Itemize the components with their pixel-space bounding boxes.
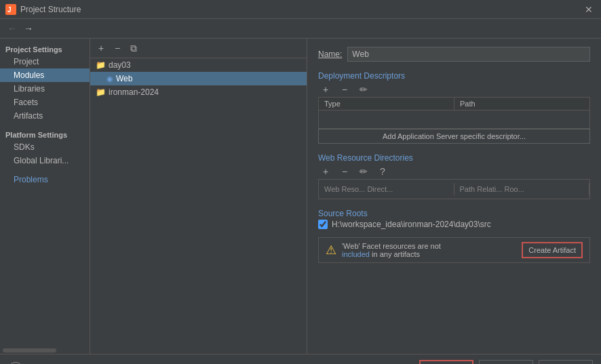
web-resource-col1: Web Reso... Direct... <box>319 183 454 195</box>
nav-bar: ← → <box>0 19 601 39</box>
folder-icon: 📁 <box>96 87 106 97</box>
bottom-left: ? <box>8 362 23 365</box>
content-panels: + − ⧉ 📁 day03 ◉ Web 📁 ironman-2024 <box>90 39 601 354</box>
app-icon: J <box>5 4 16 15</box>
warning-text-highlight: included <box>342 250 370 258</box>
tree-item-label: Web <box>116 74 132 83</box>
web-add-button[interactable]: + <box>318 164 333 179</box>
title-bar: J Project Structure ✕ <box>0 0 601 19</box>
name-row: Name: <box>318 47 590 62</box>
dialog-title: Project Structure <box>20 5 582 14</box>
deploy-edit-button[interactable]: ✏ <box>356 82 371 97</box>
web-resource-toolbar: + − ✏ ? <box>318 164 590 179</box>
deployment-table-header: Type Path <box>318 97 590 110</box>
warning-box: ⚠ 'Web' Facet resources are not included… <box>318 237 590 263</box>
sidebar-item-modules[interactable]: Modules <box>0 68 90 82</box>
sidebar-item-facets[interactable]: Facets <box>0 96 90 109</box>
forward-button[interactable]: → <box>22 22 35 35</box>
deploy-add-button[interactable]: + <box>318 82 333 97</box>
sidebar-item-problems[interactable]: Problems <box>0 173 90 186</box>
svg-text:J: J <box>7 6 12 14</box>
deploy-remove-button[interactable]: − <box>337 82 352 97</box>
tree-copy-button[interactable]: ⧉ <box>127 41 140 55</box>
tree-item-label: day03 <box>109 60 131 70</box>
tree-item-ironman[interactable]: 📁 ironman-2024 <box>90 85 307 99</box>
sidebar-item-artifacts[interactable]: Artifacts <box>0 109 90 123</box>
apply-button[interactable]: Apply <box>539 360 593 365</box>
sidebar-scrollbar[interactable] <box>3 348 56 352</box>
name-input[interactable] <box>347 47 590 62</box>
name-label: Name: <box>318 49 342 59</box>
right-panel: Name: Deployment Descriptors + − ✏ Type … <box>307 39 601 354</box>
source-root-row: H:\workspace_idea\ironman-2024\day03\src <box>318 220 590 229</box>
sidebar-item-global-libraries[interactable]: Global Librari... <box>0 154 90 167</box>
warning-icon: ⚠ <box>326 243 336 258</box>
tree-add-button[interactable]: + <box>94 41 108 55</box>
type-header: Type <box>319 98 454 110</box>
deployment-section: Deployment Descriptors + − ✏ Type Path A… <box>318 68 590 144</box>
back-button[interactable]: ← <box>5 22 19 35</box>
platform-settings-title: Platform Settings <box>0 127 90 140</box>
bottom-right: OK Cancel Apply <box>419 360 593 365</box>
folder-icon: 📁 <box>96 60 106 70</box>
project-settings-title: Project Settings <box>0 41 90 55</box>
cancel-button[interactable]: Cancel <box>479 360 533 365</box>
create-artifact-button[interactable]: Create Artifact <box>522 242 583 258</box>
module-icon: ◉ <box>106 75 113 83</box>
web-resource-col2: Path Relati... Roo... <box>454 183 590 195</box>
tree-toolbar: + − ⧉ <box>90 39 307 58</box>
tree-item-web[interactable]: ◉ Web <box>90 72 307 85</box>
deployment-table-body <box>318 110 590 129</box>
bottom-bar: ? OK Cancel Apply <box>0 354 601 364</box>
deployment-toolbar: + − ✏ <box>318 82 590 97</box>
web-edit-button[interactable]: ✏ <box>356 164 371 179</box>
warning-text-part1: 'Web' Facet resources are not <box>342 242 441 250</box>
sidebar-item-project[interactable]: Project <box>0 55 90 68</box>
source-roots-title: Source Roots <box>318 209 590 218</box>
close-button[interactable]: ✕ <box>582 3 596 16</box>
tree-remove-button[interactable]: − <box>111 41 124 55</box>
source-roots-section: Source Roots H:\workspace_idea\ironman-2… <box>318 206 590 229</box>
warning-text: 'Web' Facet resources are not included i… <box>342 242 516 258</box>
source-root-checkbox[interactable] <box>318 220 328 229</box>
add-descriptor-button[interactable]: Add Application Server specific descript… <box>318 129 590 144</box>
main-layout: Project Settings Project Modules Librari… <box>0 39 601 354</box>
sidebar: Project Settings Project Modules Librari… <box>0 39 90 354</box>
tree-items: 📁 day03 ◉ Web 📁 ironman-2024 <box>90 58 307 354</box>
tree-item-label: ironman-2024 <box>109 87 159 97</box>
source-root-path: H:\workspace_idea\ironman-2024\day03\src <box>332 220 491 229</box>
path-header: Path <box>454 98 589 110</box>
tree-panel: + − ⧉ 📁 day03 ◉ Web 📁 ironman-2024 <box>90 39 307 354</box>
web-remove-button[interactable]: − <box>337 164 352 179</box>
sidebar-item-sdks[interactable]: SDKs <box>0 140 90 154</box>
ok-button[interactable]: OK <box>419 360 473 365</box>
web-resource-title: Web Resource Directories <box>318 153 590 163</box>
help-button[interactable]: ? <box>8 362 23 365</box>
web-resource-section: Web Resource Directories + − ✏ ? Web Res… <box>318 150 590 199</box>
sidebar-item-libraries[interactable]: Libraries <box>0 82 90 96</box>
deployment-title: Deployment Descriptors <box>318 71 590 81</box>
warning-text-part3: in any artifacts <box>370 250 420 258</box>
web-help-button[interactable]: ? <box>375 164 390 179</box>
web-resource-table: Web Reso... Direct... Path Relati... Roo… <box>318 179 590 199</box>
tree-item-day03[interactable]: 📁 day03 <box>90 58 307 72</box>
